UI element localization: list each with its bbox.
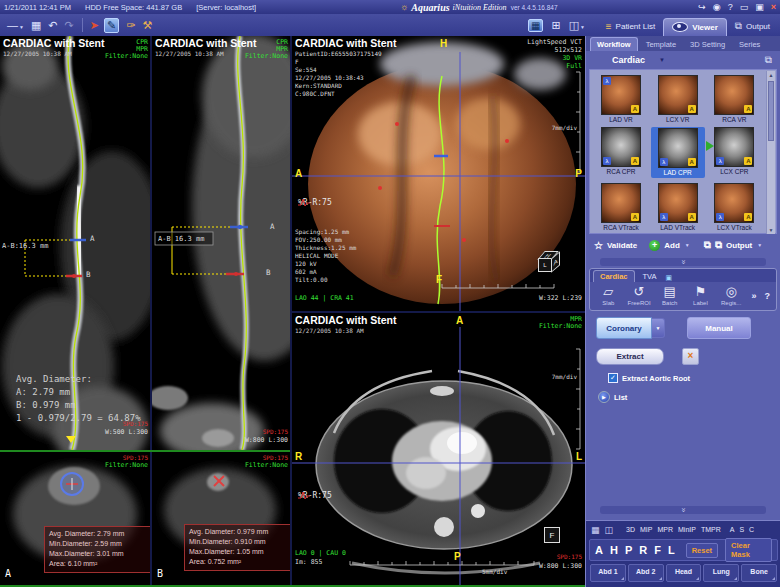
thumb-rca-vr[interactable]: A RCA VR — [707, 75, 761, 125]
tab-series[interactable]: Series — [733, 38, 766, 51]
line-tool-button[interactable]: —▼ — [7, 19, 24, 31]
network-icon[interactable]: ◉ — [713, 2, 721, 12]
list-expander-icon[interactable]: ▶ — [598, 391, 610, 403]
preset-abd1-button[interactable]: Abd 1 — [590, 564, 626, 582]
patient-list-tab[interactable]: ≡ Patient List — [598, 18, 663, 36]
snapshot-button[interactable]: ◫▼ — [569, 19, 585, 32]
extract-aortic-root-checkbox[interactable]: ✓ — [608, 373, 618, 383]
mode-3d-button[interactable]: 3D — [626, 526, 635, 533]
registration-tool-button[interactable]: ◎ Regis... — [719, 285, 744, 306]
tab-cardiac[interactable]: Cardiac — [593, 270, 635, 282]
thumbnail-scrollbar[interactable]: ▲ ▼ — [766, 71, 775, 234]
layout-small-icon[interactable]: ▦ — [591, 525, 600, 535]
viewer-tab[interactable]: Viewer — [663, 18, 727, 36]
coronary-button[interactable]: Coronary — [596, 317, 652, 339]
thumb-lad-cpr-selected[interactable]: λA LAD CPR — [651, 127, 705, 180]
pointer-tool-button[interactable]: ➤ — [90, 19, 99, 32]
cpr-mid-viewport[interactable]: CARDIAC with Stent 12/27/2005 10:38 AM C… — [152, 36, 290, 450]
tab-workflow[interactable]: Workflow — [590, 37, 638, 51]
logoff-icon[interactable]: ↪ — [698, 2, 706, 12]
orientation-cube-icon[interactable]: F — [544, 521, 570, 545]
coronary-caret-icon[interactable]: ▼ — [652, 318, 665, 338]
preset-bone-button[interactable]: Bone — [741, 564, 777, 582]
tool-buttons-row: ▱ Slab ↺ FreeROI ▤ Batch ⚑ Label ◎ Reg — [590, 282, 776, 310]
preset-abd2-button[interactable]: Abd 2 — [628, 564, 664, 582]
tab-3d-setting[interactable]: 3D Setting — [684, 38, 731, 51]
orient-l-button[interactable]: L — [668, 544, 675, 556]
scrollbar-thumb[interactable] — [768, 81, 774, 141]
thumb-lcx-vr[interactable]: A LCX VR — [651, 75, 705, 125]
tab-template[interactable]: Template — [640, 38, 682, 51]
axial-mpr-viewport[interactable]: CARDIAC with Stent 12/27/2005 10:38 AM A… — [292, 313, 585, 585]
utility-tool-button[interactable]: ⚒ — [142, 19, 152, 32]
redo-button[interactable]: ↷ — [65, 19, 74, 32]
reset-button[interactable]: Reset — [686, 543, 718, 558]
preset-lung-button[interactable]: Lung — [703, 564, 739, 582]
mode-s-button[interactable]: S — [739, 526, 744, 533]
clear-mask-button[interactable]: Clear Mask — [725, 538, 772, 562]
more-tools-icon[interactable]: » — [752, 291, 757, 301]
copy-icon[interactable]: ⧉ — [704, 239, 711, 251]
add-button[interactable]: Add — [664, 241, 680, 250]
list-label[interactable]: List — [614, 393, 627, 402]
copy-layout-icon[interactable]: ⧉ — [765, 54, 772, 66]
vr-3d-viewport[interactable]: CARDIAC with Stent H PatientID:E65550371… — [292, 36, 585, 311]
output-caret-icon[interactable]: ▼ — [757, 242, 762, 248]
view-angle-label: LAO 44 | CRA 41 — [295, 294, 354, 302]
cancel-extract-button[interactable]: × — [682, 348, 699, 365]
close-icon[interactable]: × — [771, 2, 776, 12]
tool-help-icon[interactable]: ? — [765, 291, 771, 301]
workflow-select[interactable]: Cardiac — [612, 55, 645, 65]
cross-section-b-viewport[interactable]: SPD:175 Filter:None Avg. Diameter: 0.979… — [152, 452, 290, 585]
screen-layout-button[interactable]: ▦ — [528, 19, 543, 32]
orient-f-button[interactable]: F — [654, 544, 661, 556]
undo-button[interactable]: ↶ — [48, 19, 57, 32]
scroll-down-icon[interactable]: ▼ — [767, 226, 775, 234]
orient-p-button[interactable]: P — [625, 544, 632, 556]
thumb-rca-cpr[interactable]: λA RCA CPR — [594, 127, 648, 180]
manual-button[interactable]: Manual — [687, 317, 751, 339]
extract-button[interactable]: Extract — [596, 348, 664, 365]
marker-tool-button[interactable]: ✑ — [126, 19, 135, 32]
thumb-lcx-vtrack[interactable]: λA LCX VTrack — [707, 183, 761, 233]
orient-h-button[interactable]: H — [610, 544, 618, 556]
collapse-bottom-bar[interactable]: » — [600, 506, 766, 514]
mode-tmpr-button[interactable]: TMPR — [701, 526, 721, 533]
restore-icon[interactable]: ▣ — [755, 2, 764, 12]
slab-tool-button[interactable]: ▱ Slab — [596, 285, 621, 306]
batch-tool-button[interactable]: ▤ Batch — [657, 285, 682, 306]
output-button[interactable]: Output — [726, 241, 752, 250]
minimize-icon[interactable]: ▭ — [740, 2, 749, 12]
help-icon[interactable]: ? — [728, 2, 733, 12]
thumb-lad-vr[interactable]: λA LAD VR — [594, 75, 648, 125]
pencil-tool-button[interactable]: ✎ — [104, 18, 119, 33]
freeroi-tool-button[interactable]: ↺ FreeROI — [627, 285, 652, 306]
tab-tva[interactable]: TVA — [637, 271, 663, 282]
orientation-cube-icon[interactable]: H L A — [538, 250, 564, 274]
mode-mpr-button[interactable]: MPR — [657, 526, 673, 533]
mode-mip-button[interactable]: MIP — [640, 526, 652, 533]
validate-button[interactable]: Validate — [607, 241, 637, 250]
mode-a-button[interactable]: A — [730, 526, 735, 533]
scroll-arrow-icon[interactable] — [66, 436, 76, 443]
thumb-lcx-cpr[interactable]: λA LCX CPR — [707, 127, 761, 180]
scroll-up-icon[interactable]: ▲ — [767, 71, 775, 79]
add-caret-icon[interactable]: ▼ — [685, 242, 690, 248]
orient-a-button[interactable]: A — [595, 544, 603, 556]
mode-minip-button[interactable]: MinIP — [678, 526, 696, 533]
output-tab[interactable]: ⧉ Output — [727, 17, 778, 36]
thumb-lad-vtrack[interactable]: λA LAD VTrack — [651, 183, 705, 233]
cross-section-a-viewport[interactable]: SPD:175 Filter:None Avg. Diameter: 2.79 … — [0, 452, 150, 585]
cpr-left-viewport[interactable]: CARDIAC with Stent 12/27/2005 10:38 AM C… — [0, 36, 150, 450]
preset-head-button[interactable]: Head — [666, 564, 702, 582]
add-window-button[interactable]: ⊞ — [551, 19, 560, 32]
orient-r-button[interactable]: R — [639, 544, 647, 556]
collapse-panel-bar[interactable]: » — [600, 258, 766, 266]
split-small-icon[interactable]: ◫ — [605, 525, 614, 535]
tab-extra-icon[interactable]: ▣ — [666, 274, 673, 282]
layout-grid-button[interactable]: ▦ — [31, 19, 41, 32]
thumb-rca-vtrack[interactable]: A RCA VTrack — [594, 183, 648, 233]
label-tool-button[interactable]: ⚑ Label — [688, 285, 713, 306]
workflow-caret-icon[interactable]: ▼ — [659, 57, 665, 63]
mode-c-button[interactable]: C — [749, 526, 754, 533]
